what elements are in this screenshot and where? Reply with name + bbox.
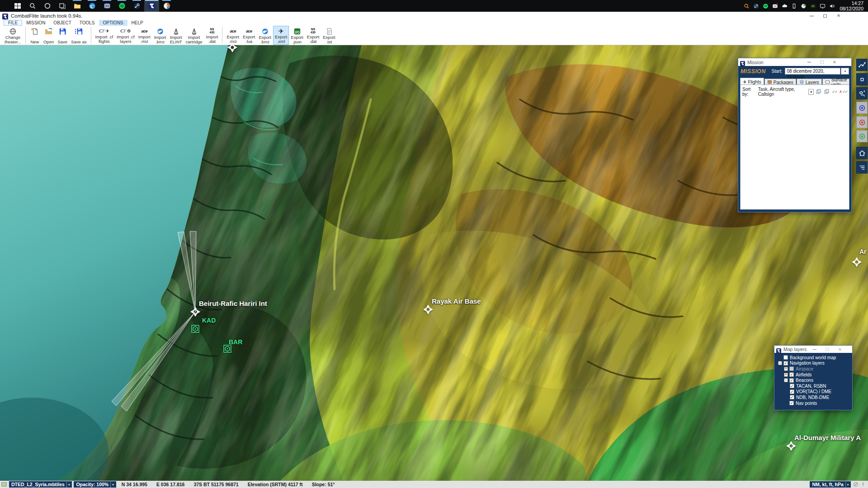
menu-options[interactable]: OPTIONS [99,20,127,26]
toolbar-button-new[interactable]: New [28,26,42,45]
map-label-al-dumayr-military-a[interactable]: Al-Dumayr Military A [794,434,861,441]
taskbar-icon-steam[interactable] [129,0,144,12]
layer-checkbox[interactable]: ✓ [789,366,794,371]
toolbar-button-export-xml[interactable]: ✈Export.xml [273,26,289,45]
taskbar-clock[interactable]: 14:27 08/12/2020 [837,0,868,12]
taskbar-icon-combatflite[interactable] [144,0,159,12]
layer-checkbox[interactable]: ✓ [789,372,794,377]
taskbar-icon-file-explorer[interactable] [70,0,85,12]
tray-icon-nvidia[interactable] [808,0,818,12]
toolbar-button-import-dat[interactable]: NS430Import.dat [204,26,220,45]
layer-row-ndb-ndb-dme[interactable]: ✓NDB, NDB-DME [776,394,851,400]
toolbar-button-import-cf-flights[interactable]: CF✈Import .cfflights [94,26,115,45]
layer-checkbox[interactable]: ✓ [783,355,788,360]
toolbar-button-import-cf-layers[interactable]: CF⚙Import .cflayers [115,26,137,45]
layer-checkbox[interactable]: ✓ [790,395,794,399]
toolbar-button-import-cartridge[interactable]: Importcartridge [184,26,204,45]
map-tool-wind[interactable] [856,87,868,99]
taskbar-icon-start[interactable] [10,0,25,12]
toolbar-button-change-theater-[interactable]: Changetheater... [3,26,23,45]
app-titlebar[interactable]: CombatFlite launch took 0.94s. ✕ [0,12,868,20]
map-label-bar[interactable]: BAR [229,338,242,346]
layer-row-navigation-layers[interactable]: −✓Navigation layers [776,361,851,366]
mission-window-titlebar[interactable]: Mission ✕ [738,58,851,66]
mission-minimize-button[interactable] [804,58,814,66]
taskbar-icon-discord[interactable] [99,0,114,12]
checks-icon[interactable]: ✓✓ [832,89,837,94]
toolbar-button-import-miz[interactable]: aceImport.miz [137,26,152,45]
toolbar-button-import-kmz[interactable]: Import.kmz [152,26,168,45]
map-layers-close-button[interactable]: ✕ [835,346,845,353]
layer-checkbox[interactable]: ✓ [783,361,788,366]
dted-layer-button[interactable]: DTED_L2_Syria.mbtiles▾ [9,481,72,488]
taskbar-icon-search[interactable] [25,0,40,12]
map-tool-square[interactable] [856,73,868,85]
maximize-button[interactable] [818,12,832,20]
airport-marker[interactable] [189,306,201,319]
opacity-button[interactable]: Opacity: 100%▾ [74,481,116,488]
toolbar-button-import-elint[interactable]: ImportELINT [168,26,184,45]
layer-row-airfields[interactable]: +✓Airfields [776,372,851,378]
tree-expander-expand[interactable]: + [784,373,788,377]
toolbar-button-open[interactable]: Open [42,26,56,45]
tray-icon-discord-tray[interactable] [770,0,780,12]
map-layers-window[interactable]: Map layers ✕ ✓Background world map−✓Navi… [774,345,853,410]
tree-expander-collapse[interactable]: − [784,378,788,382]
taskbar-icon-cortana[interactable] [40,0,55,12]
layer-row-airspace[interactable]: +✓Airspace [776,366,851,372]
toolbar-button-export-miz[interactable]: aceExport.miz [225,26,241,45]
tray-icon-volume[interactable] [827,0,837,12]
map-label-kad[interactable]: KAD [202,317,216,324]
map-tool-ring-d02a2a[interactable] [856,116,868,128]
toolbar-button-save[interactable]: Save [56,26,69,45]
tray-icon-steam-tray[interactable] [751,0,761,12]
tree-expander-expand[interactable]: + [784,367,788,371]
xchecks-icon[interactable]: ✗✓✓ [839,89,847,94]
taskbar-icon-edge[interactable] [85,0,99,12]
toolbar-button-export-json[interactable]: {z}Export.json [289,26,305,45]
map-tool-ring-28a834[interactable] [856,130,868,142]
toolbar-button-export-txt[interactable]: Export.txt [321,26,337,45]
toolbar-button-export-lua[interactable]: aceExport.lua [241,26,257,45]
taskbar-icon-paint[interactable] [159,0,174,12]
menu-tools[interactable]: TOOLS [75,20,99,26]
map-tool-home[interactable] [856,147,868,159]
menu-mission[interactable]: MISSION [22,20,49,26]
projection-toggle-icon[interactable] [853,482,859,487]
layer-checkbox[interactable]: ✓ [789,378,794,383]
layer-row-nav-points[interactable]: ✓Nav points [776,400,851,406]
map-tool-route[interactable] [856,59,868,71]
tray-icon-onedrive[interactable] [780,0,789,12]
units-button[interactable]: NM, kt, ft, hPa▾ [810,481,851,488]
vor-marker[interactable] [190,324,200,336]
date-picker-button[interactable]: ▾ [841,68,849,75]
map-layers-minimize-button[interactable] [810,346,820,353]
layer-row-vor-tac-dme[interactable]: ✓VOR(TAC) / DME [776,389,851,395]
map-layers-maximize-button[interactable] [822,346,832,353]
tray-icon-search-tray[interactable] [742,0,751,12]
map-canvas[interactable]: Beirut-Rafic Hariri IntKADBARRayak Air B… [0,45,868,481]
menu-object[interactable]: OBJECT [49,20,75,26]
sort-dropdown-button[interactable]: ▾ [808,89,814,95]
tree-expander-collapse[interactable]: − [778,361,782,365]
airport-marker[interactable] [422,304,434,317]
airport-marker[interactable] [785,440,797,454]
layer-checkbox[interactable]: ✓ [790,389,794,394]
map-label-ar[interactable]: Ar [859,248,867,255]
taskbar-icon-task-view[interactable] [55,0,70,12]
map-label-rayak-air-base[interactable]: Rayak Air Base [432,297,481,305]
tray-icon-spotify-tray[interactable] [761,0,770,12]
menu-file[interactable]: FILE [4,20,22,26]
layer-row-background-world-map[interactable]: ✓Background world map [776,355,851,361]
mission-maximize-button[interactable] [817,58,827,66]
map-tool-filter-list[interactable] [856,161,868,174]
sort-by-value[interactable]: Task, Aircraft type, Callsign [758,87,807,97]
layer-checkbox[interactable]: ✓ [789,401,794,405]
tray-icon-display[interactable] [818,0,827,12]
tray-icon-storage[interactable] [799,0,808,12]
toolbar-button-export-dat[interactable]: NS430Export.dat [305,26,321,45]
mission-window[interactable]: Mission ✕ MISSION Start: 08 dicembre 202… [738,58,852,212]
copy-icon[interactable] [816,89,821,95]
mission-start-datetime-field[interactable]: 08 dicembre 2020, 12:00:00 [785,68,840,75]
map-layers-titlebar[interactable]: Map layers ✕ [774,346,852,353]
